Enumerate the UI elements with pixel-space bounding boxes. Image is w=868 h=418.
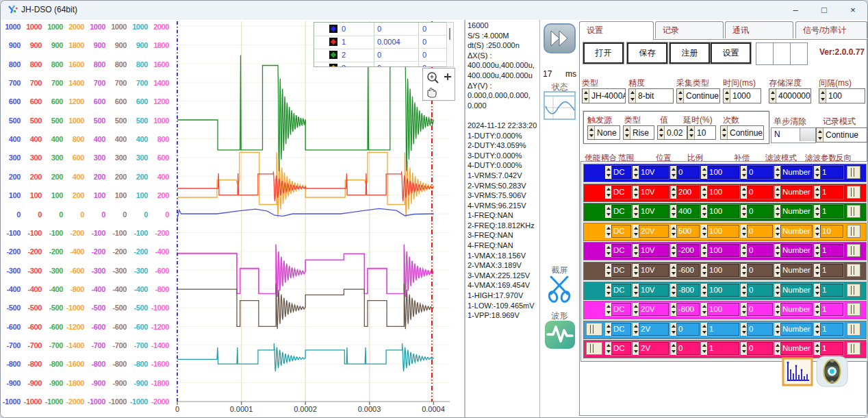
channel-invert-toggle[interactable] <box>847 264 860 277</box>
plot-area[interactable] <box>176 21 454 405</box>
legend-row[interactable]: 200 <box>314 49 446 62</box>
channel-coupling-field[interactable]: DC <box>611 244 631 257</box>
channel-range-field[interactable]: 20V <box>639 303 669 316</box>
field-5[interactable]: 4000000 <box>769 88 811 103</box>
channel-enable-toggle[interactable] <box>586 166 602 179</box>
channel-comp-field[interactable]: 0 <box>747 244 773 257</box>
channel-invert-toggle[interactable] <box>847 186 860 199</box>
channel-filter_param-field[interactable]: 1 <box>820 284 843 297</box>
channel-ratio-field[interactable]: 1 <box>707 323 739 336</box>
field-3[interactable]: Continue <box>676 88 720 103</box>
channel-enable-toggle[interactable] <box>586 303 602 316</box>
channel-filter_param-field[interactable]: 1 <box>820 186 843 199</box>
channel-ratio-field[interactable]: 100 <box>707 166 739 179</box>
channel-invert-toggle[interactable] <box>847 342 860 355</box>
channel-enable-toggle[interactable] <box>586 205 602 218</box>
channel-coupling-field[interactable]: DC <box>611 225 631 238</box>
field-2[interactable]: 8-bit <box>628 88 674 103</box>
action-button-4[interactable]: 设置 <box>711 42 751 64</box>
field-spinner[interactable] <box>724 89 730 103</box>
channel-coupling-field[interactable]: DC <box>611 342 631 355</box>
channel-position-field[interactable]: -800 <box>676 284 700 297</box>
trigger-field-4[interactable]: 10 <box>687 125 716 140</box>
channel-filter_mode-field[interactable]: Number <box>780 244 813 257</box>
channel-coupling-field[interactable]: DC <box>611 284 631 297</box>
channel-row[interactable]: DC20V-8001000Number1 <box>583 301 867 319</box>
trigger-spinner[interactable] <box>658 126 665 139</box>
channel-position-field[interactable]: -800 <box>676 303 700 316</box>
channel-range-field[interactable]: 10V <box>639 205 669 218</box>
channel-invert-toggle[interactable] <box>847 284 860 297</box>
field-spinner[interactable] <box>583 89 589 103</box>
tab-1[interactable]: 设置 <box>579 21 654 40</box>
field-6[interactable]: 100 <box>819 88 865 103</box>
trigger-field-1[interactable]: None <box>587 125 620 140</box>
channel-enable-toggle[interactable] <box>586 244 602 257</box>
channel-ratio-field[interactable]: 100 <box>707 225 739 238</box>
channel-ratio-field[interactable]: 1 <box>707 342 739 355</box>
channel-ratio-field[interactable]: 100 <box>707 303 739 316</box>
channel-position-field[interactable]: 0 <box>676 166 700 179</box>
spectrum-chart-button[interactable] <box>782 357 813 389</box>
channel-position-field[interactable]: 400 <box>676 205 700 218</box>
channel-position-field[interactable]: 0 <box>676 342 700 355</box>
channel-range-field[interactable]: 2V <box>639 342 669 355</box>
channel-comp-field[interactable]: 0 <box>747 186 773 199</box>
zoom-in-tool[interactable] <box>424 70 454 85</box>
step-clear-control[interactable]: N <box>771 127 816 143</box>
channel-invert-toggle[interactable] <box>847 225 860 238</box>
cursor-legend[interactable]: 00010.00040200300 <box>314 22 447 67</box>
channel-comp-field[interactable]: 0 <box>747 303 773 316</box>
pan-hand-tool[interactable] <box>424 85 454 99</box>
channel-filter_mode-field[interactable]: Number <box>780 264 813 277</box>
channel-invert-toggle[interactable] <box>847 303 860 316</box>
channel-range-field[interactable]: 2V <box>639 323 669 336</box>
action-button-3[interactable]: 注册 <box>669 42 710 64</box>
legend-row[interactable]: 300 <box>314 62 446 67</box>
channel-invert-toggle[interactable] <box>847 244 860 257</box>
channel-ratio-field[interactable]: 100 <box>707 205 739 218</box>
channel-coupling-field[interactable]: DC <box>611 186 631 199</box>
channel-filter_mode-field[interactable]: Number <box>780 284 813 297</box>
channel-coupling-field[interactable]: DC <box>611 303 631 316</box>
record-mode-spinner[interactable] <box>817 128 824 142</box>
channel-invert-toggle[interactable] <box>847 166 860 179</box>
channel-range-field[interactable]: 10V <box>639 284 669 297</box>
channel-filter_param-field[interactable]: 1 <box>820 323 843 336</box>
channel-enable-toggle[interactable] <box>586 225 602 238</box>
field-spinner[interactable] <box>819 89 826 103</box>
channel-filter_param-field[interactable]: 1 <box>820 342 843 355</box>
trigger-field-5[interactable]: Continue <box>720 125 764 140</box>
channel-comp-field[interactable]: 0 <box>747 323 773 336</box>
channel-row[interactable]: DC20V5001000Number10 <box>583 223 867 241</box>
channel-invert-toggle[interactable] <box>847 323 860 336</box>
channel-row[interactable]: DC2V010Number1 <box>583 321 867 339</box>
trigger-spinner[interactable] <box>721 126 728 139</box>
record-mode-field[interactable]: Continue <box>816 127 867 143</box>
channel-filter_mode-field[interactable]: Number <box>780 342 813 355</box>
channel-ratio-field[interactable]: 100 <box>707 264 739 277</box>
channel-ratio-field[interactable]: 100 <box>707 244 739 257</box>
channel-range-field[interactable]: 10V <box>639 264 669 277</box>
trigger-spinner[interactable] <box>588 126 595 139</box>
status-thumbnail[interactable] <box>544 91 576 123</box>
channel-enable-toggle[interactable] <box>586 323 602 336</box>
maximize-button[interactable]: □ <box>810 1 839 20</box>
minimize-button[interactable]: – <box>781 1 810 20</box>
channel-row[interactable]: DC10V4001000Number1 <box>583 203 867 221</box>
channel-comp-field[interactable]: 0 <box>747 342 773 355</box>
channel-filter_param-field[interactable]: 1 <box>820 205 843 218</box>
channel-comp-field[interactable]: 0 <box>747 205 773 218</box>
step-clear-button[interactable] <box>800 128 815 141</box>
channel-position-field[interactable]: 0 <box>676 323 700 336</box>
channel-ratio-field[interactable]: 100 <box>707 186 739 199</box>
channel-comp-field[interactable]: 0 <box>747 264 773 277</box>
channel-filter_param-field[interactable]: 1 <box>820 166 843 179</box>
channel-comp-field[interactable]: 0 <box>747 284 773 297</box>
channel-filter_param-field[interactable]: 1 <box>820 264 843 277</box>
tab-4[interactable]: 信号/功率计 <box>795 21 867 38</box>
channel-position-field[interactable]: -600 <box>676 264 700 277</box>
channel-row[interactable]: DC10V-2001000Number1 <box>583 242 867 260</box>
channel-filter_mode-field[interactable]: Number <box>780 303 813 316</box>
channel-range-field[interactable]: 10V <box>639 186 669 199</box>
